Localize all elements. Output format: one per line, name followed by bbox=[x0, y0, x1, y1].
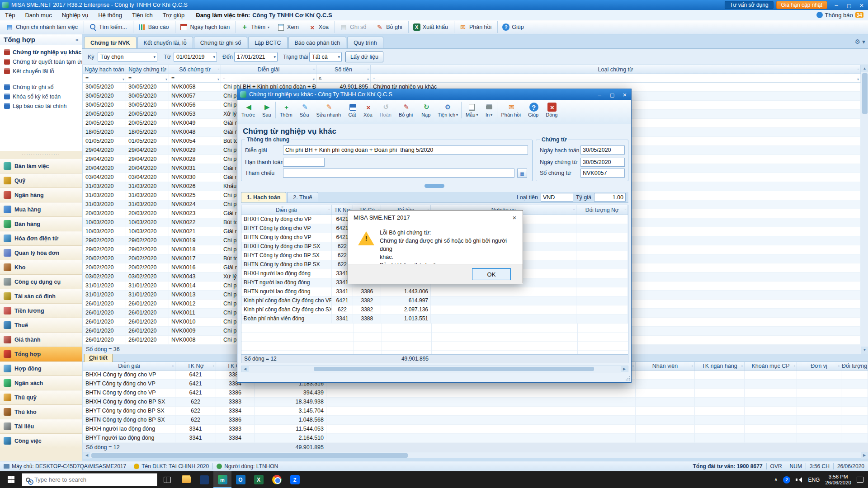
taskbar-search[interactable] bbox=[22, 473, 157, 486]
taskbar-app[interactable] bbox=[195, 471, 213, 488]
close-button[interactable] bbox=[855, 0, 868, 10]
detail-row[interactable]: BHYT người lao động đóng 3341 3384 2.164… bbox=[83, 434, 868, 443]
from-date-input[interactable]: 01/01/2019 bbox=[174, 52, 217, 62]
dialog-tab[interactable]: 1. Hạch toán bbox=[241, 192, 286, 202]
renew-button[interactable]: Gia hạn cập nhật bbox=[776, 1, 827, 9]
rate-input[interactable]: 1.00 bbox=[594, 193, 626, 202]
document-date-input[interactable] bbox=[580, 158, 625, 167]
module-item[interactable]: Kho bbox=[0, 260, 82, 275]
message-box-close-button[interactable] bbox=[506, 211, 523, 224]
filter-cell[interactable]: = bbox=[169, 74, 221, 82]
scroll-down-icon[interactable]: ▼ bbox=[861, 347, 868, 354]
module-item[interactable]: Tiền lương bbox=[0, 304, 82, 318]
notification-link[interactable]: Thông báo bbox=[825, 12, 853, 19]
filter-cell[interactable]: = bbox=[126, 74, 169, 82]
scroll-left-icon[interactable]: ◀ bbox=[83, 452, 90, 459]
column-header[interactable]: Đơn vị bbox=[797, 362, 841, 370]
detail-row[interactable]: BHTN Công ty đóng cho BP SX 622 3386 1.0… bbox=[83, 416, 868, 425]
taskbar-app[interactable] bbox=[231, 471, 250, 488]
filter-cell[interactable]: ≤ bbox=[316, 74, 371, 82]
task-view-button[interactable] bbox=[157, 471, 177, 488]
dialog-toolbar-button[interactable]: ? Giúp bbox=[525, 102, 542, 118]
taskbar-app[interactable] bbox=[250, 471, 268, 488]
tree-item[interactable]: Chứng từ quyết toán tạm ứn... bbox=[0, 57, 82, 66]
period-select[interactable]: Tùy chọn bbox=[98, 52, 157, 62]
dialog-grid-row[interactable]: Kinh phí công đoàn Cty đóng cho VP 6421 … bbox=[241, 296, 628, 305]
dialog-toolbar-button[interactable]: ✎ Sửa nhanh bbox=[313, 102, 345, 118]
zalo-tray-icon[interactable] bbox=[783, 476, 790, 483]
taskbar-app[interactable] bbox=[177, 471, 195, 488]
module-item[interactable]: Thủ kho bbox=[0, 405, 82, 419]
scroll-left-icon[interactable]: ◀ bbox=[241, 366, 249, 372]
column-header[interactable]: TK ngân hàng bbox=[695, 362, 745, 370]
dialog-toolbar-button[interactable]: + Thêm bbox=[277, 102, 297, 118]
dialog-toolbar-button[interactable]: ↻ Nạp bbox=[418, 102, 434, 118]
menu-item[interactable]: Tệp bbox=[0, 12, 20, 19]
module-item[interactable]: Bán hàng bbox=[0, 217, 82, 231]
to-date-input[interactable]: 17/01/2021 bbox=[234, 52, 278, 62]
toolbar-button[interactable]: Báo cáo bbox=[134, 21, 175, 33]
module-item[interactable]: Quỹ bbox=[0, 174, 82, 188]
detail-row[interactable]: BHXH Công ty đóng cho BP SX 622 3383 18.… bbox=[83, 398, 868, 407]
detail-horizontal-scrollbar[interactable]: ◀ ▶ bbox=[83, 452, 868, 458]
column-header[interactable]: Nhân viên bbox=[636, 362, 695, 370]
toolbar-button[interactable]: Ngày hạch toán bbox=[176, 21, 236, 33]
dialog-toolbar-button[interactable]: ↺ Hoàn bbox=[377, 102, 396, 118]
scroll-up-icon[interactable]: ▲ bbox=[861, 65, 868, 72]
module-item[interactable]: Thuế bbox=[0, 318, 82, 333]
detail-row[interactable]: BHYT Công ty đóng cho BP SX 622 3384 3.1… bbox=[83, 407, 868, 416]
column-header[interactable]: Số tiền bbox=[316, 65, 371, 74]
tab[interactable]: Kết chuyển lãi, lỗ bbox=[137, 37, 193, 48]
toolbar-button[interactable]: ✉ Phản hồi bbox=[455, 21, 498, 33]
dialog-maximize-button[interactable] bbox=[606, 89, 618, 100]
toolbar-button[interactable]: Xem bbox=[273, 21, 305, 33]
module-item[interactable]: Mua hàng bbox=[0, 202, 82, 217]
tree-item[interactable]: Lập báo cáo tài chính bbox=[0, 101, 82, 111]
column-header[interactable]: Số chứng từ bbox=[169, 65, 221, 74]
dialog-horizontal-scrollbar[interactable]: ◀ ▶ bbox=[241, 366, 628, 372]
filter-cell[interactable] bbox=[371, 74, 861, 82]
toolbar-button[interactable]: Tìm kiếm... bbox=[85, 21, 133, 33]
column-header[interactable]: Đối tượng Nợ bbox=[576, 205, 628, 215]
resize-grip[interactable] bbox=[625, 376, 630, 381]
module-item[interactable]: Ngân sách bbox=[0, 376, 82, 390]
tab-detail[interactable]: Chi tiết bbox=[84, 354, 113, 362]
toolbar-button[interactable]: X Xuất khẩu bbox=[410, 21, 454, 33]
gear-icon[interactable]: ⚙ ▾ bbox=[855, 38, 865, 45]
load-data-button[interactable]: Lấy dữ liệu bbox=[345, 52, 383, 62]
column-header[interactable]: TK Nợ bbox=[175, 362, 216, 370]
toolbar-button[interactable]: ▤ Chọn chi nhánh làm việc bbox=[2, 21, 84, 33]
toolbar-button[interactable]: ? Giúp bbox=[499, 21, 529, 33]
detail-row[interactable]: BHXH người lao động đóng 3341 3383 11.54… bbox=[83, 425, 868, 434]
module-item[interactable]: Quản lý hóa đơn bbox=[0, 246, 82, 260]
dialog-toolbar-button[interactable]: ✎ Bỏ ghi bbox=[396, 102, 417, 118]
taskbar-app[interactable] bbox=[286, 471, 304, 488]
minimize-button[interactable] bbox=[830, 0, 843, 10]
dialog-toolbar-button[interactable]: ⚙ Tiện ích▾ bbox=[434, 102, 462, 118]
dialog-toolbar-button[interactable]: Cất bbox=[345, 102, 360, 118]
language-indicator[interactable]: ENG bbox=[808, 477, 820, 483]
dialog-minimize-button[interactable] bbox=[593, 89, 606, 100]
column-header[interactable]: Ngày hạch toán bbox=[83, 65, 126, 74]
column-header[interactable]: Diễn giải bbox=[221, 65, 316, 74]
taskbar-app[interactable] bbox=[213, 471, 231, 488]
menu-item[interactable]: Trợ giúp bbox=[158, 12, 190, 19]
tab[interactable]: Lập BCTC bbox=[248, 37, 287, 48]
dialog-close-button[interactable] bbox=[618, 89, 631, 100]
tree-item[interactable]: Kết chuyển lãi lỗ bbox=[0, 66, 82, 76]
tree-item[interactable]: Chứng từ nghiệp vụ khác bbox=[0, 47, 82, 57]
tab[interactable]: Chứng từ NVK bbox=[84, 37, 137, 48]
reference-input[interactable] bbox=[283, 169, 514, 178]
menu-item[interactable]: Hệ thống bbox=[93, 12, 127, 19]
dialog-toolbar-button[interactable]: ◀ Trước bbox=[238, 102, 259, 118]
scroll-right-icon[interactable]: ▶ bbox=[621, 366, 628, 372]
tree-item[interactable]: Khóa sổ kỳ kế toán bbox=[0, 92, 82, 101]
module-item[interactable]: Hợp đồng bbox=[0, 361, 82, 376]
due-date-input[interactable] bbox=[283, 158, 325, 167]
filter-cell[interactable]: = bbox=[83, 74, 126, 82]
tab[interactable]: Báo cáo phân tích bbox=[288, 37, 347, 48]
column-header[interactable]: Đối tượng bbox=[841, 362, 868, 370]
module-item[interactable]: Hóa đơn điện tử bbox=[0, 231, 82, 246]
ok-button[interactable]: OK bbox=[472, 268, 511, 280]
document-no-input[interactable] bbox=[580, 169, 625, 178]
